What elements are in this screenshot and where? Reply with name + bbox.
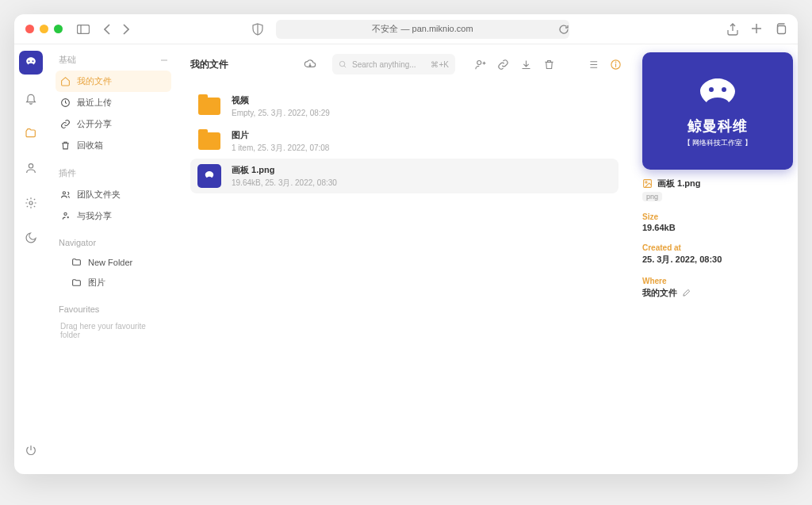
rail-user[interactable]	[20, 157, 42, 179]
sidebar-toggle-icon[interactable]	[74, 21, 93, 37]
traffic-lights	[25, 25, 63, 33]
edit-path-icon[interactable]	[682, 289, 691, 297]
rail-theme[interactable]	[20, 227, 42, 249]
clock-icon	[60, 98, 71, 108]
file-row-image-selected[interactable]: 画板 1.png 19.64kB, 25. 3月. 2022, 08:30	[190, 159, 619, 193]
svg-point-13	[64, 212, 67, 215]
browser-titlebar: 不安全 — pan.miknio.com	[14, 14, 798, 44]
minimize-window-button[interactable]	[40, 25, 48, 33]
link-icon	[60, 119, 71, 129]
url-bar[interactable]: 不安全 — pan.miknio.com	[276, 20, 569, 39]
preview-title: 鲸曼科维	[688, 117, 748, 136]
navigator-item-newfolder[interactable]: New Folder	[67, 252, 171, 272]
svg-point-16	[477, 60, 481, 64]
file-meta: 1 item, 25. 3月. 2022, 07:08	[232, 143, 329, 154]
favorites-empty-text: Drag here your favourite folder	[56, 319, 171, 342]
nav-section-basic-title: 基础	[59, 54, 76, 66]
svg-point-26	[709, 87, 714, 92]
preview-subtitle: 【 网络科技工作室 】	[684, 138, 752, 148]
nav-label: New Folder	[88, 258, 132, 267]
detail-panel: 鲸曼科维 【 网络科技工作室 】 画板 1.png png Size 19.64…	[633, 44, 798, 474]
rail-files[interactable]	[20, 122, 42, 144]
svg-point-8	[29, 164, 33, 168]
file-row-folder-images[interactable]: 图片 1 item, 25. 3月. 2022, 07:08	[190, 124, 619, 159]
size-label: Size	[642, 212, 788, 221]
search-hotkey: ⌘+K	[431, 60, 449, 69]
nav-label: 最近上传	[77, 97, 112, 109]
navigator-title: Navigator	[59, 238, 96, 247]
nav-item-trash[interactable]: 回收箱	[56, 135, 171, 156]
file-meta: 19.64kB, 25. 3月. 2022, 08:30	[232, 178, 337, 189]
svg-rect-0	[78, 25, 90, 33]
svg-point-14	[339, 61, 344, 66]
info-button[interactable]	[610, 59, 622, 71]
svg-point-9	[29, 201, 33, 205]
svg-point-6	[29, 60, 30, 62]
folder-icon	[71, 277, 82, 288]
sync-icon[interactable]	[304, 58, 316, 71]
ext-badge: png	[642, 192, 662, 201]
nav-item-myfiles[interactable]: 我的文件	[56, 71, 171, 92]
file-name: 视频	[232, 94, 330, 106]
trash-icon	[60, 140, 71, 151]
where-value: 我的文件	[642, 287, 677, 299]
created-label: Created at	[642, 243, 788, 252]
image-icon	[642, 178, 653, 189]
svg-point-29	[645, 182, 647, 183]
nav-label: 与我分享	[77, 210, 112, 222]
collapse-icon[interactable]	[160, 56, 168, 64]
add-user-button[interactable]	[474, 59, 486, 71]
tabs-icon[interactable]	[775, 23, 787, 36]
svg-rect-5	[778, 25, 786, 33]
search-placeholder: Search anything...	[352, 60, 426, 69]
nav-back-button[interactable]	[104, 24, 111, 35]
link-button[interactable]	[497, 59, 509, 71]
preview-logo-icon	[692, 74, 743, 112]
share-icon	[60, 211, 71, 221]
close-window-button[interactable]	[25, 25, 34, 33]
rail-settings[interactable]	[20, 192, 42, 214]
favorites-title: Favourites	[59, 304, 99, 314]
nav-label: 团队文件夹	[77, 189, 121, 201]
size-value: 19.64kB	[642, 223, 788, 232]
rail-power[interactable]	[20, 439, 42, 461]
nav-label: 图片	[88, 277, 105, 289]
navigator-item-images[interactable]: 图片	[67, 272, 171, 293]
detail-filename: 画板 1.png	[657, 178, 700, 189]
url-text: 不安全 — pan.miknio.com	[372, 23, 473, 35]
file-meta: Empty, 25. 3月. 2022, 08:29	[232, 108, 330, 119]
nav-item-publicshare[interactable]: 公开分享	[56, 113, 171, 135]
app-window: 不安全 — pan.miknio.com 基础	[14, 14, 798, 474]
folder-icon	[198, 98, 220, 115]
new-tab-icon[interactable]	[751, 23, 762, 36]
detail-filename-row: 画板 1.png	[642, 178, 788, 189]
nav-sidebar: 基础 我的文件 最近上传 公开分享 回收箱	[48, 44, 179, 474]
delete-button[interactable]	[543, 59, 555, 71]
nav-item-sharedwithme[interactable]: 与我分享	[56, 205, 171, 227]
home-icon	[60, 76, 71, 86]
refresh-button[interactable]	[558, 24, 569, 35]
rail-notifications[interactable]	[20, 87, 42, 109]
search-input[interactable]: Search anything... ⌘+K	[332, 54, 455, 75]
app-logo[interactable]	[19, 51, 43, 75]
breadcrumb[interactable]: 我的文件	[190, 58, 296, 71]
main-panel: 我的文件 Search anything... ⌘+K	[179, 44, 633, 474]
nav-label: 回收箱	[77, 140, 103, 151]
maximize-window-button[interactable]	[54, 25, 63, 33]
svg-point-25	[615, 62, 616, 63]
view-toggle-button[interactable]	[587, 59, 599, 71]
shield-icon[interactable]	[252, 23, 263, 36]
folder-icon	[198, 132, 220, 150]
nav-item-team[interactable]: 团队文件夹	[56, 184, 171, 205]
users-icon	[60, 189, 71, 200]
search-icon	[339, 60, 347, 69]
nav-forward-button[interactable]	[122, 24, 129, 35]
nav-item-recent[interactable]: 最近上传	[56, 92, 171, 113]
file-name: 画板 1.png	[232, 164, 337, 176]
download-button[interactable]	[520, 59, 532, 71]
share-icon[interactable]	[727, 23, 738, 36]
file-row-folder-video[interactable]: 视频 Empty, 25. 3月. 2022, 08:29	[190, 89, 619, 124]
file-name: 图片	[232, 129, 329, 141]
created-value: 25. 3月. 2022, 08:30	[642, 254, 788, 266]
where-label: Where	[642, 277, 788, 285]
